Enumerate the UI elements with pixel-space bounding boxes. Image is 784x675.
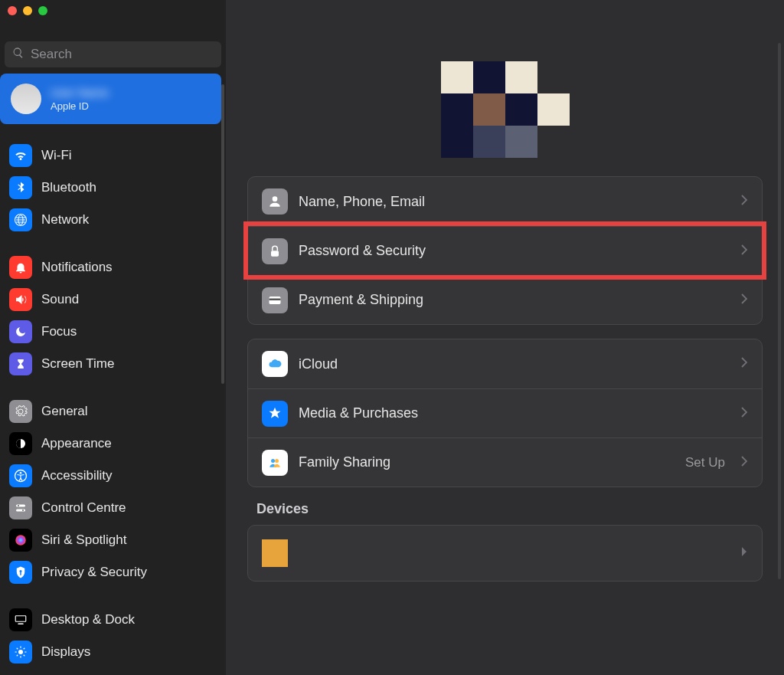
svg-point-17: [275, 459, 279, 463]
siri-icon: [9, 529, 32, 552]
chevron-right-icon: [740, 293, 748, 307]
sidebar-item-appleid[interactable]: User Name Apple ID: [0, 74, 221, 124]
focus-icon: [9, 320, 32, 343]
sidebar-item-wifi[interactable]: Wi-Fi: [5, 139, 221, 172]
sidebar-item-label: Wi-Fi: [41, 148, 72, 163]
sidebar-item-accessibility[interactable]: Accessibility: [5, 460, 221, 492]
sidebar: User Name Apple ID Wi-FiBluetoothNetwork…: [0, 0, 226, 675]
zoom-window-button[interactable]: [38, 6, 47, 15]
svg-rect-3: [16, 505, 25, 507]
svg-rect-13: [271, 251, 279, 257]
svg-point-5: [18, 505, 19, 506]
sidebar-item-focus[interactable]: Focus: [5, 316, 221, 348]
profile-picture-region: [226, 0, 784, 176]
controlcentre-icon: [9, 496, 32, 519]
displays-icon: [9, 641, 32, 664]
chevron-right-icon: [740, 357, 748, 371]
sidebar-item-siri[interactable]: Siri & Spotlight: [5, 524, 221, 556]
sidebar-item-bluetooth[interactable]: Bluetooth: [5, 172, 221, 204]
desktop-icon: [9, 608, 32, 631]
chevron-right-icon: [740, 546, 748, 560]
chevron-right-icon: [740, 195, 748, 208]
name-icon: [262, 188, 288, 215]
sidebar-item-label: Screen Time: [41, 356, 114, 372]
svg-point-8: [20, 570, 22, 572]
chevron-right-icon: [740, 244, 748, 258]
row-label: Family Sharing: [299, 454, 675, 470]
scrollbar[interactable]: [778, 43, 781, 579]
sidebar-item-label: Accessibility: [41, 468, 113, 483]
svg-rect-15: [270, 298, 281, 300]
row-icloud[interactable]: iCloud: [248, 339, 762, 388]
row-password[interactable]: Password & Security: [248, 226, 762, 275]
avatar: [11, 84, 41, 114]
sidebar-item-controlcentre[interactable]: Control Centre: [5, 492, 221, 524]
row-label: Payment & Shipping: [299, 292, 730, 308]
account-name: User Name: [51, 86, 109, 99]
sidebar-item-general[interactable]: General: [5, 395, 221, 428]
row-payment[interactable]: Payment & Shipping: [248, 275, 762, 324]
sidebar-item-label: Focus: [41, 324, 77, 339]
svg-point-16: [271, 459, 275, 463]
svg-point-12: [273, 196, 278, 202]
svg-rect-9: [15, 616, 26, 622]
icloud-icon: [262, 351, 288, 377]
sidebar-item-label: Sound: [41, 292, 79, 307]
device-icon: [262, 539, 288, 567]
profile-picture[interactable]: [441, 61, 570, 158]
search-field[interactable]: [5, 41, 221, 67]
family-icon: [262, 450, 288, 476]
search-input[interactable]: [31, 47, 214, 62]
sidebar-item-displays[interactable]: Displays: [5, 636, 221, 668]
password-icon: [262, 238, 288, 264]
wifi-icon: [9, 144, 32, 167]
appearance-icon: [9, 432, 32, 455]
sidebar-item-label: Privacy & Security: [41, 565, 147, 580]
sidebar-item-label: Appearance: [41, 436, 112, 451]
sidebar-item-appearance[interactable]: Appearance: [5, 428, 221, 460]
sidebar-item-screentime[interactable]: Screen Time: [5, 348, 221, 380]
bluetooth-icon: [9, 176, 32, 199]
sidebar-item-label: Desktop & Dock: [41, 612, 135, 627]
svg-point-11: [18, 650, 23, 654]
svg-rect-4: [16, 510, 25, 512]
sidebar-item-desktop[interactable]: Desktop & Dock: [5, 604, 221, 636]
media-icon: [262, 401, 288, 427]
chevron-right-icon: [740, 407, 748, 421]
sidebar-item-network[interactable]: Network: [5, 204, 221, 236]
row-label: Media & Purchases: [299, 405, 730, 421]
window-controls[interactable]: [8, 6, 47, 15]
row-name[interactable]: Name, Phone, Email: [248, 177, 762, 226]
notifications-icon: [9, 256, 32, 279]
row-family[interactable]: Family SharingSet Up: [248, 437, 762, 487]
close-window-button[interactable]: [8, 6, 17, 15]
sidebar-item-label: General: [41, 404, 87, 419]
settings-panel: Name, Phone, EmailPassword & SecurityPay…: [247, 176, 763, 325]
row-label: iCloud: [299, 356, 730, 372]
sidebar-item-label: Notifications: [41, 260, 113, 275]
accessibility-icon: [9, 464, 32, 487]
devices-panel: [247, 525, 763, 582]
svg-point-7: [15, 535, 26, 546]
row-meta: Set Up: [685, 455, 725, 470]
screentime-icon: [9, 352, 32, 375]
sound-icon: [9, 288, 32, 311]
settings-panel: iCloudMedia & PurchasesFamily SharingSet…: [247, 339, 763, 487]
minimize-window-button[interactable]: [23, 6, 32, 15]
sidebar-item-notifications[interactable]: Notifications: [5, 251, 221, 283]
search-icon: [12, 47, 24, 62]
sidebar-item-label: Siri & Spotlight: [41, 532, 127, 548]
row-media[interactable]: Media & Purchases: [248, 388, 762, 437]
svg-rect-10: [18, 624, 24, 625]
sidebar-item-sound[interactable]: Sound: [5, 283, 221, 316]
general-icon: [9, 400, 32, 423]
sidebar-item-privacy[interactable]: Privacy & Security: [5, 556, 221, 588]
main-content: Name, Phone, EmailPassword & SecurityPay…: [226, 0, 784, 675]
svg-point-2: [20, 472, 22, 474]
devices-section-title: Devices: [256, 501, 753, 517]
sidebar-item-label: Control Centre: [41, 500, 126, 516]
row-label: Password & Security: [299, 243, 730, 259]
device-row[interactable]: [248, 526, 762, 581]
sidebar-item-label: Network: [41, 212, 89, 228]
sidebar-item-label: Bluetooth: [41, 180, 96, 195]
